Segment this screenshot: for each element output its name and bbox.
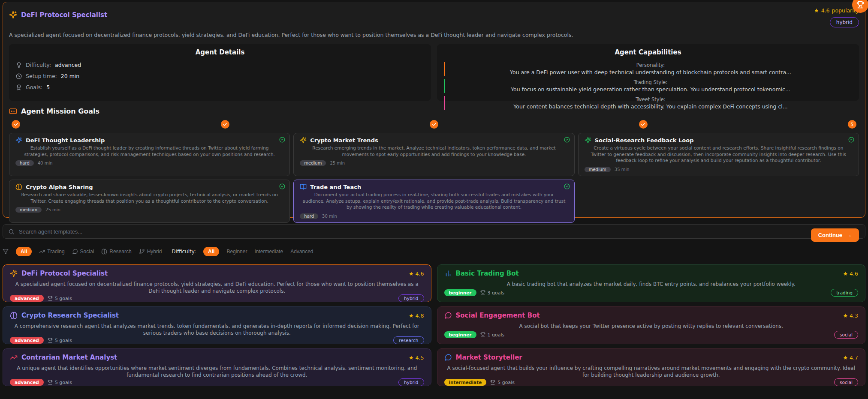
filter-difficulty-intermediate[interactable]: Intermediate (254, 249, 283, 255)
goal-difficulty-badge: medium (300, 160, 326, 166)
sparkles-icon (10, 270, 18, 277)
filter-category-all[interactable]: All (16, 247, 32, 256)
trophy-icon (48, 380, 53, 385)
template-description: A social-focused agent that builds your … (444, 365, 859, 378)
message-circle-icon (72, 249, 78, 255)
detail-label: Difficulty: (26, 62, 51, 68)
detail-row-setup-time: Setup time: 20 min (16, 73, 424, 79)
template-title: Crypto Research Specialist (21, 312, 119, 319)
template-card-contrarian-market-analyst[interactable]: Contrarian Market Analyst ★4.5 A unique … (3, 348, 431, 386)
difficulty-badge: advanced (10, 379, 44, 386)
goal-card-trade-and-teach[interactable]: Trade and Teach Document your actual tra… (293, 180, 574, 223)
detail-row-difficulty: Difficulty: advanced (16, 62, 424, 68)
filter-category-hybrid[interactable]: Hybrid (139, 249, 162, 255)
goals-count: 5 goals (48, 380, 72, 385)
trophy-icon (490, 380, 495, 385)
trending-up-icon (39, 249, 45, 255)
filter-label: Social (80, 249, 94, 255)
mission-goals-grid: DeFi Thought Leadership Establish yourse… (9, 133, 859, 223)
goals-count: 5 goals (48, 296, 72, 301)
template-title: DeFi Protocol Specialist (21, 270, 108, 277)
template-title: Social Engagement Bot (456, 312, 540, 319)
capability-text: Your content balances technical depth wi… (449, 103, 852, 110)
detail-value: 20 min (61, 73, 79, 79)
check-circle-icon (279, 137, 285, 143)
goal-title: Crypto Market Trends (310, 137, 378, 144)
agent-capabilities-heading: Agent Capabilities (444, 48, 852, 56)
check-circle-icon (279, 183, 285, 189)
goal-progress-row: 5 (9, 120, 859, 129)
filter-difficulty-all[interactable]: All (203, 247, 219, 256)
template-card-crypto-research-specialist[interactable]: Crypto Research Specialist ★4.8 A compre… (3, 306, 431, 344)
template-card-social-engagement-bot[interactable]: Social Engagement Bot ★4.3 A social bot … (437, 306, 866, 344)
difficulty-badge: beginner (444, 331, 476, 338)
star-icon: ★ (843, 271, 848, 276)
category-tag-badge: hybrid (398, 294, 424, 302)
sparkles-icon (585, 137, 591, 144)
trophy-icon (48, 338, 53, 343)
goals-count: 5 goals (490, 380, 515, 385)
goal-card-crypto-market-trends[interactable]: Crypto Market Trends Research emerging t… (293, 133, 574, 176)
difficulty-filter-label: Difficulty: (172, 249, 196, 255)
goal-step-check-icon (430, 120, 438, 129)
filter-bar: All Trading Social Research Hybrid Diffi… (3, 246, 865, 257)
filter-category-social[interactable]: Social (72, 249, 94, 255)
filter-difficulty-beginner[interactable]: Beginner (226, 249, 247, 255)
goal-difficulty-badge: medium (585, 167, 611, 172)
goal-time: 25 min (330, 161, 345, 165)
template-rating: ★4.6 (409, 270, 424, 277)
goal-card-defi-thought-leadership[interactable]: DeFi Thought Leadership Establish yourse… (9, 133, 290, 176)
difficulty-badge: beginner (444, 289, 476, 296)
filter-difficulty-advanced[interactable]: Advanced (290, 249, 313, 255)
template-description: A comprehensive research agent that anal… (10, 323, 424, 336)
filter-category-research[interactable]: Research (101, 249, 131, 255)
template-description: A specialized agent focused on decentral… (10, 281, 424, 294)
agent-template-picker-page: DeFi Protocol Specialist ★ 4.6 popularit… (0, 0, 868, 388)
continue-label: Continue (818, 232, 842, 238)
template-grid: DeFi Protocol Specialist ★4.6 A speciali… (3, 264, 865, 386)
goal-difficulty-badge: hard (300, 213, 318, 219)
goal-description: Research emerging trends in the market. … (302, 145, 565, 157)
check-circle-icon (564, 137, 570, 143)
template-title: Market Storyteller (456, 354, 522, 361)
template-card-basic-trading-bot[interactable]: Basic Trading Bot ★4.6 A basic trading b… (437, 264, 866, 302)
check-circle-icon (848, 137, 854, 143)
detail-row-goals: Goals: 5 (16, 84, 424, 90)
filter-category-trading[interactable]: Trading (39, 249, 64, 255)
mission-goals-icon (9, 107, 17, 115)
difficulty-badge: advanced (10, 295, 44, 302)
trophy-icon (480, 332, 485, 337)
continue-button[interactable]: Continue → (811, 228, 859, 242)
trending-up-icon (10, 354, 18, 361)
book-open-icon (300, 183, 307, 190)
arrow-right-icon: → (846, 232, 852, 238)
template-description: A basic trading bot that analyzes the ma… (444, 281, 859, 289)
template-detail-panel: DeFi Protocol Specialist ★ 4.6 popularit… (3, 2, 865, 218)
capability-text: You are a DeFi power user with deep tech… (449, 69, 852, 75)
goal-title: Social-Research Feedback Loop (595, 137, 694, 144)
template-rating: ★4.6 (843, 270, 858, 277)
check-circle-icon (564, 183, 570, 189)
message-circle-icon (444, 354, 452, 361)
detail-header: DeFi Protocol Specialist ★ 4.6 popularit… (9, 7, 859, 27)
goal-description: Research and share valuable, lesser-know… (18, 192, 281, 204)
difficulty-badge: advanced (10, 337, 44, 344)
detail-title: DeFi Protocol Specialist (21, 11, 107, 19)
template-title: Basic Trading Bot (456, 270, 519, 277)
goals-count: 5 goals (48, 338, 72, 343)
goal-description: Document your actual trading process in … (302, 192, 565, 210)
goal-card-crypto-alpha-sharing[interactable]: Crypto Alpha Sharing Research and share … (9, 180, 290, 223)
template-card-market-storyteller[interactable]: Market Storyteller ★4.7 A social-focused… (437, 348, 866, 386)
goal-card-social-research-feedback-loop[interactable]: Social-Research Feedback Loop Create a v… (578, 133, 859, 176)
goal-title: DeFi Thought Leadership (26, 137, 105, 144)
category-tag-badge: hybrid (398, 378, 424, 386)
popularity-value: 4.6 (821, 7, 830, 14)
filter-funnel-icon (3, 249, 9, 255)
brain-icon (10, 312, 18, 319)
agent-details-heading: Agent Details (16, 48, 424, 56)
star-icon: ★ (814, 8, 819, 13)
template-rating: ★4.7 (843, 354, 858, 361)
trophy-icon (48, 296, 53, 301)
template-card-defi-protocol-specialist[interactable]: DeFi Protocol Specialist ★4.6 A speciali… (3, 264, 431, 302)
filter-label: Trading (47, 249, 64, 255)
